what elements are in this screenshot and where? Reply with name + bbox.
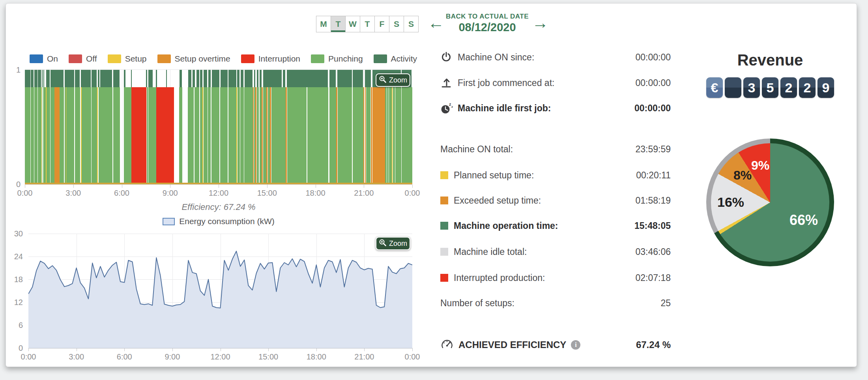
stat-row: Planned setup time:00:20:11: [440, 167, 671, 183]
revenue-title: Revenue: [706, 51, 834, 69]
day-cell-5[interactable]: S: [389, 16, 404, 32]
timeline-segment-setup_overtime: [266, 87, 268, 183]
info-icon[interactable]: i: [571, 340, 580, 350]
x-tick-label: 3:00: [61, 189, 86, 198]
x-tick-label: 18:00: [303, 189, 328, 198]
energy-legend-swatch: [163, 218, 175, 225]
activity-segment: [38, 70, 41, 87]
energy-zoom-button[interactable]: Zoom: [376, 237, 410, 250]
legend-swatch-activity: [374, 54, 387, 63]
timeline-segment-punching: [188, 87, 194, 183]
x-tick-label: 9:00: [160, 352, 185, 361]
axis-tick: [172, 348, 173, 351]
stat-value: 00:20:11: [636, 170, 671, 181]
back-to-actual-date[interactable]: BACK TO ACTUAL DATE 08/12/2020: [444, 13, 530, 34]
revenue-digit-tile: 5: [762, 77, 778, 98]
timeline-segment-punching: [387, 87, 389, 183]
y-tick-label: 24: [8, 252, 23, 261]
pie-slice-label: 9%: [751, 158, 769, 173]
previous-day-arrow-icon[interactable]: ←: [427, 13, 445, 32]
legend-item-off: Off: [69, 54, 97, 64]
legend-label-off: Off: [86, 54, 97, 64]
activity-segment: [166, 70, 167, 87]
activity-segment: [193, 70, 195, 87]
timeline-segment-punching: [240, 87, 244, 183]
achieved-efficiency-label: ACHIEVED EFFICIENCY: [458, 339, 566, 350]
timeline-segment-punching: [34, 87, 37, 183]
timeline-segment-punching: [38, 87, 41, 183]
activity-segment: [353, 70, 363, 87]
legend-label-activity: Activity: [391, 54, 417, 64]
timeline-segment-punching: [200, 87, 203, 183]
timeline-segment-punching: [179, 87, 182, 183]
stat-label: Machine ON total:: [440, 144, 635, 155]
stat-value: 00:00:00: [634, 103, 671, 114]
magnifier-plus-icon: [379, 239, 387, 249]
legend-item-on: On: [30, 54, 58, 64]
activity-segment: [329, 70, 336, 87]
timeline-segment-punching: [385, 87, 386, 183]
stat-value: 00:00:00: [635, 78, 671, 88]
x-tick-label: 3:00: [64, 352, 89, 361]
axis-tick: [412, 185, 413, 188]
activity-segment: [257, 70, 259, 87]
timeline-segment-setup: [392, 87, 393, 183]
next-day-arrow-icon[interactable]: →: [531, 13, 549, 32]
timeline-segment-punching: [51, 87, 54, 183]
timeline-segment-setup_overtime: [286, 87, 287, 183]
revenue-digit-tile: 2: [780, 77, 797, 98]
day-cell-6[interactable]: S: [404, 16, 419, 32]
timeline-segment-punching: [99, 87, 112, 183]
revenue-digit-tile: 9: [817, 77, 834, 98]
x-tick-label: 0:00: [400, 352, 425, 361]
day-cell-0[interactable]: M: [316, 16, 331, 32]
activity-segment: [254, 70, 255, 87]
stat-row: Machine ON total:23:59:59: [440, 141, 671, 157]
stat-row: Machine idle total:03:46:06: [440, 243, 671, 260]
timeline-segment-punching: [393, 87, 395, 183]
weekday-selector: MTWTFSS: [316, 16, 419, 32]
stat-label: Machine idle first job:: [458, 103, 634, 114]
day-cell-3[interactable]: T: [360, 16, 375, 32]
axis-tick: [268, 348, 269, 351]
stat-row: Machine operation time:15:48:05: [440, 217, 671, 234]
day-cell-1[interactable]: T: [331, 16, 346, 32]
activity-segment: [92, 70, 97, 87]
timeline-legend: OnOffSetupSetup overtimeInterruptionPunc…: [30, 54, 428, 64]
timeline-segment-punching: [220, 87, 228, 183]
activity-segment: [196, 70, 199, 87]
axis-tick: [221, 348, 221, 351]
x-tick-label: 18:00: [304, 352, 329, 361]
day-cell-4[interactable]: F: [374, 16, 389, 32]
stat-value: 00:00:00: [635, 52, 671, 63]
axis-tick: [73, 185, 74, 188]
activity-segment: [98, 70, 99, 87]
stat-label: Machine idle total:: [454, 247, 635, 257]
activity-segment: [200, 70, 202, 87]
timeline-segment-punching: [148, 87, 156, 183]
activity-segment: [365, 70, 371, 87]
axis-tick: [25, 185, 25, 188]
pie-slice-label: 8%: [733, 168, 752, 183]
activity-segment: [81, 70, 91, 87]
activity-segment: [245, 70, 253, 87]
timeline-segment-punching: [124, 87, 131, 183]
timeline-segment-punching: [47, 87, 50, 183]
stat-label: First job commenced at:: [458, 78, 635, 88]
legend-swatch-on: [30, 54, 43, 63]
grid-line: [122, 70, 122, 184]
timeline-zoom-label: Zoom: [389, 76, 407, 84]
activity-segment: [283, 70, 285, 87]
stat-label: Exceeded setup time:: [454, 195, 635, 206]
stat-row: Machine ON since:00:00:00: [440, 49, 671, 66]
day-cell-2[interactable]: W: [345, 16, 360, 32]
timeline-y-max-label: 1: [11, 66, 21, 75]
timeline-zoom-button[interactable]: Zoom: [376, 73, 410, 87]
x-tick-label: 0:00: [16, 352, 41, 361]
timeline-segment-punching: [257, 87, 259, 183]
activity-segment: [241, 70, 243, 87]
pie-slice-label: 16%: [717, 195, 744, 210]
timeline-segment-punching: [238, 87, 240, 183]
efficiency-caption: Efficiency: 67.24 %: [25, 202, 412, 212]
x-tick-label: 12:00: [208, 352, 233, 361]
